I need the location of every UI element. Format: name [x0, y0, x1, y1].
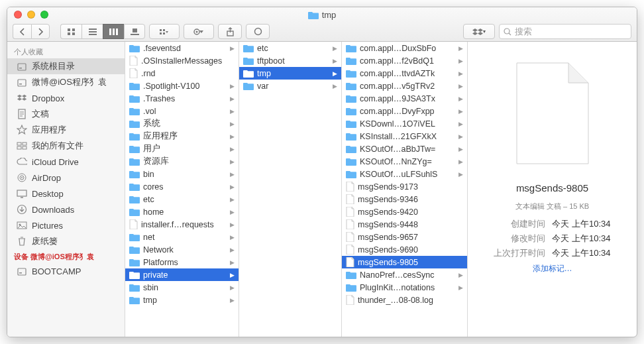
row-label: msgSends-9657: [358, 233, 464, 242]
folder-row[interactable]: .vol▶: [125, 105, 239, 117]
folder-row[interactable]: sbin▶: [125, 281, 239, 294]
file-row[interactable]: .OSInstallerMessages: [125, 54, 239, 67]
folder-row[interactable]: com.appl…ttvdAZTk▶: [342, 67, 467, 80]
view-icon-button[interactable]: [60, 24, 81, 39]
folder-row[interactable]: cores▶: [125, 180, 239, 193]
row-label: var: [257, 82, 329, 91]
folder-row[interactable]: tmp▶: [239, 67, 341, 80]
folder-row[interactable]: private▶: [125, 268, 239, 281]
sidebar-item[interactable]: BOOTCAMP: [7, 263, 125, 279]
view-column-button[interactable]: [103, 24, 124, 39]
folder-row[interactable]: home▶: [125, 205, 239, 218]
back-button[interactable]: [13, 24, 31, 39]
sidebar-item[interactable]: Desktop: [7, 186, 125, 201]
column-1[interactable]: .fseventsd▶.OSInstallerMessages.rnd.Spot…: [125, 42, 239, 337]
folder-row[interactable]: com.appl…v5gTRv2▶: [342, 80, 467, 92]
folder-row[interactable]: 用户▶: [125, 143, 239, 155]
folder-row[interactable]: Network▶: [125, 243, 239, 256]
view-list-button[interactable]: [81, 24, 103, 39]
folder-row[interactable]: KSDownl…1O7iVEL▶: [342, 117, 467, 130]
row-label: PlugInKit…notations: [360, 283, 455, 292]
action-button[interactable]: [184, 24, 214, 39]
disclosure-arrow-icon: ▶: [458, 284, 464, 291]
db-icon: [17, 93, 27, 103]
folder-row[interactable]: .Trashes▶: [125, 92, 239, 105]
file-row[interactable]: msgSends-9420: [342, 205, 467, 218]
sidebar-item[interactable]: iCloud Drive: [7, 154, 125, 170]
row-label: .OSInstallerMessages: [141, 56, 236, 66]
minimize-button[interactable]: [27, 11, 35, 19]
folder-row[interactable]: PlugInKit…notations▶: [342, 281, 467, 294]
share-button[interactable]: [218, 24, 242, 39]
file-row[interactable]: msgSends-9690: [342, 243, 467, 256]
file-icon: [346, 194, 354, 204]
search-field[interactable]: 搜索: [499, 24, 631, 39]
svg-rect-0: [68, 29, 70, 31]
sidebar-item[interactable]: Pictures: [7, 217, 125, 233]
svg-point-32: [21, 177, 23, 178]
disclosure-arrow-icon: ▶: [230, 259, 236, 266]
folder-row[interactable]: .fseventsd▶: [125, 42, 239, 54]
folder-row[interactable]: KSInstall…21GFXkX▶: [342, 130, 467, 143]
file-row[interactable]: thunder_…08-08.log: [342, 294, 467, 306]
file-row[interactable]: msgSends-9173: [342, 180, 467, 193]
folder-row[interactable]: NanoPref…cesSync▶: [342, 268, 467, 281]
folder-row[interactable]: 系统▶: [125, 117, 239, 130]
search-icon: [504, 28, 511, 36]
row-label: etc: [257, 44, 329, 53]
arrange-button[interactable]: [149, 24, 180, 39]
folder-row[interactable]: var▶: [239, 80, 341, 92]
folder-row[interactable]: KSOutOf…aBbJTw=▶: [342, 143, 467, 155]
sidebar[interactable]: 个人收藏系统根目录微博@iOS程序犭袁Dropbox文稿应用程序我的所有文件iC…: [7, 42, 125, 337]
file-row[interactable]: msgSends-9346: [342, 193, 467, 205]
sidebar-item[interactable]: AirDrop: [7, 170, 125, 186]
forward-button[interactable]: [31, 24, 50, 39]
row-label: .fseventsd: [143, 44, 227, 53]
column-3[interactable]: com.appl…DuxSbFo▶com.appl…f2vBdQ1▶com.ap…: [342, 42, 468, 337]
svg-rect-11: [131, 34, 139, 35]
svg-rect-5: [89, 31, 97, 32]
folder-row[interactable]: com.appl…9JSA3Tx▶: [342, 92, 467, 105]
folder-row[interactable]: com.appl…f2vBdQ1▶: [342, 54, 467, 67]
folder-row[interactable]: 资源库▶: [125, 155, 239, 168]
folder-row[interactable]: com.appl…DuxSbFo▶: [342, 42, 467, 54]
folder-row[interactable]: .Spotlight-V100▶: [125, 80, 239, 92]
file-row[interactable]: msgSends-9448: [342, 218, 467, 231]
file-row[interactable]: msgSends-9805: [342, 256, 467, 268]
folder-row[interactable]: 应用程序▶: [125, 130, 239, 143]
tags-button[interactable]: [246, 24, 270, 39]
sidebar-item[interactable]: Dropbox: [7, 90, 125, 106]
folder-row[interactable]: net▶: [125, 231, 239, 243]
folder-row[interactable]: KSOutOf…NnZYg=▶: [342, 155, 467, 168]
dropbox-button[interactable]: ▾: [463, 24, 495, 39]
close-button[interactable]: [14, 11, 22, 19]
folder-row[interactable]: bin▶: [125, 168, 239, 180]
sidebar-item[interactable]: Downloads: [7, 201, 125, 217]
sidebar-item[interactable]: 应用程序: [7, 122, 125, 138]
row-label: KSInstall…21GFXkX: [360, 132, 455, 141]
add-tag-button[interactable]: 添加标记…: [533, 263, 572, 274]
apps-icon: [17, 125, 27, 135]
preview-filename: msgSends-9805: [516, 182, 588, 194]
zoom-button[interactable]: [40, 11, 48, 19]
folder-row[interactable]: KSOutOf…uLFSuhlS▶: [342, 168, 467, 180]
file-row[interactable]: installer.f…requests▶: [125, 218, 239, 231]
view-coverflow-button[interactable]: [124, 24, 145, 39]
svg-rect-13: [163, 29, 165, 31]
file-row[interactable]: msgSends-9657: [342, 231, 467, 243]
folder-row[interactable]: etc▶: [239, 42, 341, 54]
column-2[interactable]: etc▶tftpboot▶tmp▶var▶: [239, 42, 342, 337]
sidebar-item[interactable]: 微博@iOS程序犭袁: [7, 74, 125, 90]
sidebar-item[interactable]: 我的所有文件: [7, 138, 125, 154]
file-row[interactable]: .rnd: [125, 67, 239, 80]
hdd-icon: [17, 77, 27, 87]
sidebar-item[interactable]: 废纸篓: [7, 233, 125, 249]
folder-row[interactable]: etc▶: [125, 193, 239, 205]
sidebar-item[interactable]: 文稿: [7, 106, 125, 122]
folder-row[interactable]: Platforms▶: [125, 256, 239, 268]
folder-row[interactable]: tftpboot▶: [239, 54, 341, 67]
folder-row[interactable]: com.appl…DvyFxpp▶: [342, 105, 467, 117]
sidebar-item[interactable]: 系统根目录: [7, 58, 125, 74]
folder-row[interactable]: tmp▶: [125, 294, 239, 306]
file-icon: [346, 295, 354, 305]
